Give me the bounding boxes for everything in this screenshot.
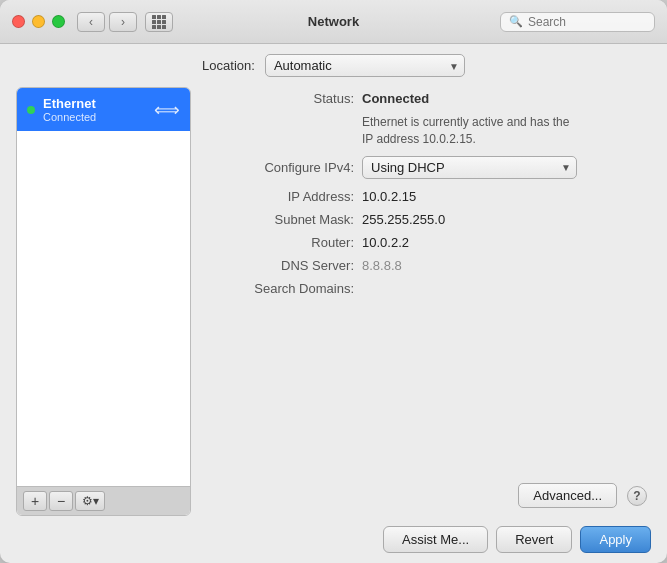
- location-select-wrapper: Automatic Edit Locations... ▼: [265, 54, 465, 77]
- search-domains-row: Search Domains:: [203, 281, 651, 296]
- assist-me-button[interactable]: Assist Me...: [383, 526, 488, 553]
- configure-ipv4-select[interactable]: Using DHCP Manually Using BOOTP Off: [362, 156, 577, 179]
- details-content: Status: Connected Ethernet is currently …: [203, 87, 651, 475]
- network-window: ‹ › Network 🔍 Location: Automatic Edit L…: [0, 0, 667, 563]
- subnet-row: Subnet Mask: 255.255.255.0: [203, 212, 651, 227]
- add-network-button[interactable]: +: [23, 491, 47, 511]
- sidebar-spacer: [17, 131, 190, 486]
- details-panel: Status: Connected Ethernet is currently …: [203, 87, 651, 516]
- configure-select-wrapper: Using DHCP Manually Using BOOTP Off ▼: [362, 156, 577, 179]
- gear-button[interactable]: ⚙▾: [75, 491, 105, 511]
- location-label: Location:: [202, 58, 255, 73]
- sidebar-icon-right: ⟺: [154, 99, 180, 121]
- status-dot-green: [27, 106, 35, 114]
- maximize-button[interactable]: [52, 15, 65, 28]
- ip-label: IP Address:: [207, 189, 362, 204]
- configure-row: Configure IPv4: Using DHCP Manually Usin…: [203, 156, 651, 179]
- sidebar-item-ethernet[interactable]: Ethernet Connected ⟺: [17, 88, 190, 131]
- bottom-bar: Assist Me... Revert Apply: [0, 516, 667, 563]
- sidebar-item-text: Ethernet Connected: [43, 96, 96, 123]
- ip-row: IP Address: 10.0.2.15: [203, 189, 651, 204]
- router-row: Router: 10.0.2.2: [203, 235, 651, 250]
- advanced-row: Advanced... ?: [203, 475, 651, 516]
- status-description: Ethernet is currently active and has the…: [362, 114, 582, 148]
- configure-label: Configure IPv4:: [207, 160, 362, 175]
- sidebar-controls: + − ⚙▾: [17, 486, 190, 515]
- ip-value: 10.0.2.15: [362, 189, 416, 204]
- search-box[interactable]: 🔍: [500, 12, 655, 32]
- revert-button[interactable]: Revert: [496, 526, 572, 553]
- subnet-value: 255.255.255.0: [362, 212, 445, 227]
- subnet-label: Subnet Mask:: [207, 212, 362, 227]
- forward-button[interactable]: ›: [109, 12, 137, 32]
- dns-value: 8.8.8.8: [362, 258, 402, 273]
- search-input[interactable]: [528, 15, 646, 29]
- router-value: 10.0.2.2: [362, 235, 409, 250]
- sidebar-item-status: Connected: [43, 111, 96, 123]
- search-domains-label: Search Domains:: [207, 281, 362, 296]
- status-description-row: Ethernet is currently active and has the…: [203, 114, 651, 148]
- window-title: Network: [308, 14, 359, 29]
- close-button[interactable]: [12, 15, 25, 28]
- arrows-icon: ⟺: [154, 99, 180, 121]
- sidebar-item-name: Ethernet: [43, 96, 96, 111]
- location-select[interactable]: Automatic Edit Locations...: [265, 54, 465, 77]
- minimize-button[interactable]: [32, 15, 45, 28]
- advanced-button[interactable]: Advanced...: [518, 483, 617, 508]
- apply-button[interactable]: Apply: [580, 526, 651, 553]
- remove-network-button[interactable]: −: [49, 491, 73, 511]
- grid-icon: [152, 15, 166, 29]
- help-button[interactable]: ?: [627, 486, 647, 506]
- location-row: Location: Automatic Edit Locations... ▼: [0, 44, 667, 87]
- grid-button[interactable]: [145, 12, 173, 32]
- search-icon: 🔍: [509, 15, 523, 28]
- status-row: Status: Connected: [203, 91, 651, 106]
- status-label: Status:: [207, 91, 362, 106]
- titlebar: ‹ › Network 🔍: [0, 0, 667, 44]
- back-button[interactable]: ‹: [77, 12, 105, 32]
- sidebar: Ethernet Connected ⟺ + − ⚙▾: [16, 87, 191, 516]
- dns-label: DNS Server:: [207, 258, 362, 273]
- traffic-lights: [12, 15, 65, 28]
- router-label: Router:: [207, 235, 362, 250]
- dns-row: DNS Server: 8.8.8.8: [203, 258, 651, 273]
- main-content: Ethernet Connected ⟺ + − ⚙▾ Status: C: [0, 87, 667, 516]
- status-value: Connected: [362, 91, 429, 106]
- nav-buttons: ‹ ›: [77, 12, 137, 32]
